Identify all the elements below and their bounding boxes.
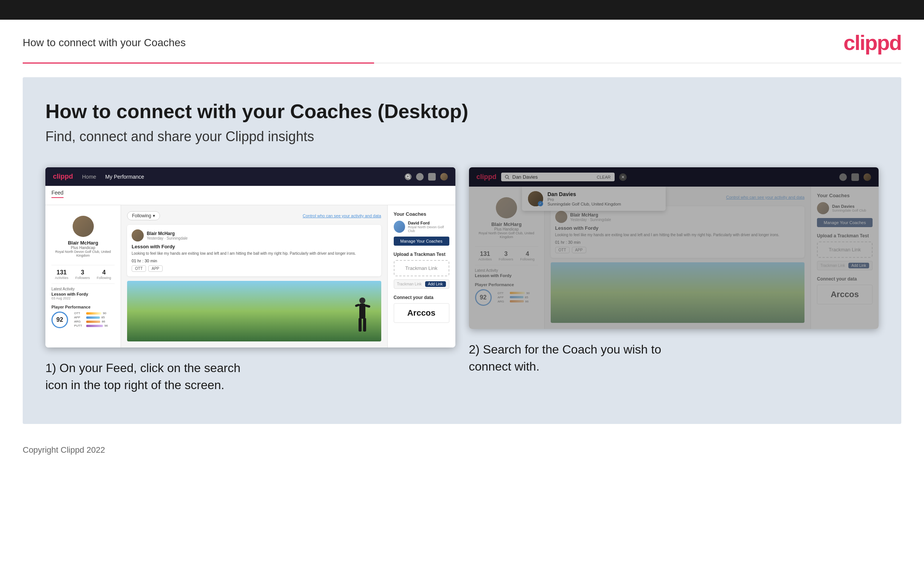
following-label: Following [97,276,111,280]
trackman-placeholder[interactable]: Trackman Link [397,282,422,286]
coach-row: Blair McHarg Yesterday · Sunningdale [132,229,377,242]
search-icon[interactable] [405,174,411,180]
following-button[interactable]: Following ▾ [127,211,160,220]
following-label: Following [132,213,151,218]
close-search-button[interactable]: ✕ [619,174,627,181]
upload-title: Upload a Trackman Test [394,252,449,257]
app-pill[interactable]: APP [148,265,163,272]
followers-label: Followers [75,276,90,280]
lesson-desc: Looking to feel like my hands are exitin… [132,251,377,256]
lesson-date: 03 Aug 2022 [52,296,115,300]
verified-badge: ✓ [538,201,543,206]
page-title: How to connect with your Coaches [23,37,186,49]
lesson-title: Lesson with Fordy [132,244,377,250]
stat-activities: 131 Activities [55,269,68,280]
search-icon-nav [505,175,510,179]
mock-right-sidebar: Your Coaches David Ford Royal North Devo… [387,205,455,347]
header: How to connect with your Coaches clippd [0,19,924,62]
mock-nav-home: Home [82,174,96,180]
svg-rect-3 [359,304,366,319]
svg-line-9 [508,178,509,179]
lesson-duration: 01 hr : 30 min [132,258,377,263]
screenshot-panel-2: clippd Dan Davies CLEAR ✕ [469,167,879,394]
perf-bars: OTT 90 APP 85 [74,312,108,328]
mock-nav-performance: My Performance [105,174,144,180]
coach-card: David Ford Royal North Devon Golf Club [394,221,449,233]
mock-app-logo: clippd [53,173,73,180]
connect-section: Connect your data Arccos [394,295,449,323]
your-coaches-title: Your Coaches [394,211,449,217]
avatar-icon-2[interactable] [864,174,871,181]
search-result-dan-davies[interactable]: ✓ Dan Davies Pro Sunningdale Golf Club, … [522,187,666,211]
latest-activity-2: Latest Activity [475,268,538,273]
svg-rect-6 [359,318,362,331]
trackman-box: Trackman Link [394,260,449,276]
perf-title: Player Performance [52,305,115,309]
user-handicap-2: Plus Handicap [475,227,538,231]
search-input-text[interactable]: Dan Davies [513,174,538,180]
screenshot-panel-1: clippd Home My Performance [45,167,455,394]
svg-rect-7 [363,318,366,331]
footer: Copyright Clippd 2022 [0,438,924,463]
search-results-container: ✓ Dan Davies Pro Sunningdale Golf Club, … [522,187,651,211]
user-icon-2[interactable] [839,174,847,181]
user-icon[interactable] [416,173,424,180]
main-heading: How to connect with your Coaches (Deskto… [45,100,879,123]
lesson-card-2: Blair McHarg Yesterday · Sunningdale Les… [551,206,805,258]
following-row: Following ▾ Control who can see your act… [127,211,381,220]
coach-avatar [132,229,144,242]
app-screenshot-1: clippd Home My Performance [45,167,455,347]
user-name: Blair McHarg [52,240,115,246]
stat-act-2: 131 Activities [479,250,492,261]
bar-ott: OTT 90 [74,312,108,315]
nav-search-bar[interactable]: Dan Davies CLEAR [501,173,615,181]
mock-profile: Blair McHarg Plus Handicap Royal North D… [52,211,115,262]
main-subtitle: Find, connect and share your Clippd insi… [45,129,879,144]
mock-right-sidebar-2: Your Coaches Dan Davies Sunningdale Golf… [811,187,879,329]
score-circle: 92 [52,312,68,328]
chevron-down-icon: ▾ [153,213,155,218]
ott-pill[interactable]: OTT [132,265,146,272]
screenshots-row: clippd Home My Performance [45,167,879,394]
header-divider [23,62,901,63]
svg-point-0 [406,175,409,178]
bar-putt: PUTT 96 [74,324,108,328]
bar-app: APP 85 [74,316,108,319]
manage-btn-2: Manage Your Coaches [817,218,872,227]
svg-rect-5 [365,304,370,308]
avatar-img [73,216,94,237]
coach-card-club: Royal North Devon Golf Club [408,225,449,233]
svg-point-8 [505,175,508,178]
feed-tab[interactable]: Feed [52,188,63,198]
settings-icon-2[interactable] [851,174,859,181]
mock-nav-2: clippd Dan Davies CLEAR ✕ [469,167,879,187]
add-link-button[interactable]: Add Link [425,281,446,287]
stat-followers: 3 Followers [75,269,90,280]
step2-text: 2) Search for the Coach you wish to conn… [469,341,879,375]
trackman-input-row: Trackman Link Add Link [394,279,449,289]
control-link[interactable]: Control who can see your activity and da… [303,213,381,218]
lesson-sidebar-2: Lesson with Fordy [475,273,538,278]
mock-sidebar-1: Blair McHarg Plus Handicap Royal North D… [45,205,121,347]
mock-nav-icons [405,173,448,180]
mock-stats: 131 Activities 3 Followers 4 Following [52,265,115,284]
stat-following-2: 4 Following [520,250,534,261]
control-link-2: Control who can see your activity and da… [726,195,804,200]
app-screenshot-2: clippd Dan Davies CLEAR ✕ [469,167,879,329]
clear-button[interactable]: CLEAR [597,175,611,179]
top-bar [0,0,924,19]
activities-count: 131 [55,269,68,276]
connect-title: Connect your data [394,295,449,300]
coach-card-avatar [394,221,405,233]
result-name: Dan Davies [548,191,621,197]
clippd-logo: clippd [843,30,901,55]
trackman-text: Trackman Link [399,265,444,271]
golfer-silhouette [351,296,374,341]
settings-icon[interactable] [428,173,436,180]
avatar-2 [496,197,517,218]
lesson-image [127,281,381,341]
bar-arg: ARG 86 [74,320,108,323]
avatar-icon[interactable] [440,173,448,180]
mock-nav-1: clippd Home My Performance [45,167,455,186]
manage-coaches-button[interactable]: Manage Your Coaches [394,237,449,246]
